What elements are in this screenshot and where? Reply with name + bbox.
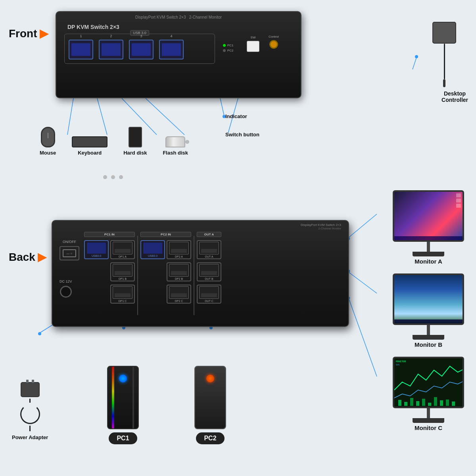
desktop-controller-cable bbox=[444, 44, 445, 79]
pc1-badge: PC1 bbox=[109, 432, 137, 444]
kvm-back-sub-label: 2-Channel Monitor bbox=[318, 227, 341, 230]
keyboard-icon bbox=[72, 136, 107, 147]
pc2-dp2c-port: DP2 C bbox=[167, 285, 191, 304]
out-c-port: OUT C bbox=[197, 285, 221, 304]
out-a-inner bbox=[199, 242, 219, 254]
divider-1 bbox=[137, 236, 138, 315]
pc1-container: PC1 bbox=[107, 366, 139, 444]
screen-icon-3 bbox=[456, 204, 461, 208]
dot-3 bbox=[119, 175, 123, 179]
pc2-light bbox=[206, 375, 214, 382]
svg-text:MONITOR: MONITOR bbox=[396, 360, 406, 363]
back-label: Back ▶ bbox=[9, 250, 46, 264]
svg-rect-25 bbox=[410, 398, 413, 406]
monitor-a-screen bbox=[394, 192, 463, 240]
kvm-front-device: DisplayPort KVM Switch 2×3 2-Channel Mon… bbox=[56, 11, 301, 98]
monitor-a-label: Monitor A bbox=[393, 258, 464, 265]
pc2-dp2b-port: DP2 B bbox=[167, 262, 191, 281]
front-text: Front bbox=[9, 27, 37, 40]
pc1-usb3-inner bbox=[87, 243, 106, 254]
pc1-dp1c-label: DP1 C bbox=[119, 300, 127, 302]
pc1-strip2 bbox=[132, 367, 134, 428]
onoff-section: ON/OFF — ○ bbox=[60, 240, 79, 260]
pc2-in-section: PC2 IN USB3.0 DP2 A DP2 B bbox=[140, 232, 191, 315]
desktop-controller-jack bbox=[443, 79, 445, 87]
pc1-light bbox=[119, 375, 127, 382]
back-text: Back bbox=[9, 251, 35, 264]
pc1-rgb-strip bbox=[112, 367, 114, 428]
out-b-inner bbox=[199, 264, 219, 277]
divider-2 bbox=[194, 236, 194, 315]
flashdisk-icon bbox=[165, 136, 185, 147]
dot-2 bbox=[111, 175, 115, 179]
pc2-dp2b-label: DP2 B bbox=[175, 277, 183, 280]
pc2-dp2a-inner bbox=[169, 242, 189, 254]
sw-btn[interactable] bbox=[247, 41, 259, 52]
svg-rect-31 bbox=[446, 400, 449, 406]
svg-rect-27 bbox=[422, 399, 425, 406]
usb-port-1-num: 1 bbox=[80, 34, 82, 38]
adapter-prong-2 bbox=[32, 380, 34, 383]
usb-port-2-inner bbox=[102, 43, 121, 56]
mouse-icon bbox=[41, 127, 55, 147]
dot-1 bbox=[103, 175, 107, 179]
monitor-b-frame bbox=[393, 273, 464, 325]
pc1-usb3-label: USB3.0 bbox=[92, 254, 101, 257]
out-b-label: OUT B bbox=[205, 277, 213, 280]
out-a-label: OUT A bbox=[205, 255, 213, 258]
usb-ports-row: 1 2 3 4 bbox=[69, 40, 211, 59]
pc1-dp1c-port: DP1 C bbox=[110, 285, 135, 304]
harddisk-item: Hard disk bbox=[123, 127, 147, 156]
usb-port-4[interactable]: 4 bbox=[159, 40, 184, 59]
svg-line-8 bbox=[413, 57, 416, 69]
svg-point-9 bbox=[415, 55, 418, 58]
pc1-dp1a-port: DP1 A bbox=[110, 240, 135, 259]
onoff-switch[interactable]: — ○ bbox=[60, 246, 79, 260]
usb-port-2-num: 2 bbox=[110, 34, 112, 38]
svg-point-11 bbox=[38, 332, 41, 335]
mouse-label: Mouse bbox=[40, 150, 56, 156]
svg-text:SYS: SYS bbox=[396, 363, 399, 366]
front-arrow: ▶ bbox=[40, 27, 48, 40]
usb-port-1[interactable]: 1 bbox=[69, 40, 93, 59]
pc2-usb3-inner bbox=[143, 243, 162, 254]
pc2-dp2c-inner bbox=[169, 286, 189, 299]
usb-port-3[interactable]: 3 bbox=[129, 40, 154, 59]
flashdisk-label: Flash disk bbox=[163, 150, 188, 156]
power-adapter-container: Power Adapter bbox=[12, 382, 48, 440]
usb-port-1-inner bbox=[71, 43, 90, 56]
switch-button-label: Switch button bbox=[225, 132, 259, 138]
control-port-section: Control bbox=[269, 35, 279, 49]
ctrl-label: Control bbox=[269, 35, 279, 38]
svg-line-16 bbox=[348, 214, 377, 238]
pc2-tower bbox=[194, 366, 226, 429]
pc1-led bbox=[223, 44, 226, 47]
pc1-usb3-port: USB3.0 bbox=[84, 240, 109, 259]
pc2-usb3-port: USB3.0 bbox=[140, 240, 165, 259]
monitor-c-neck bbox=[427, 408, 430, 418]
out-a-port: OUT A bbox=[197, 240, 221, 259]
out-label: OUT A bbox=[197, 232, 221, 237]
adapter-plug bbox=[29, 426, 31, 431]
pc2-in-label: PC2 IN bbox=[140, 232, 191, 237]
usb-port-2[interactable]: 2 bbox=[99, 40, 123, 59]
ctrl-circle bbox=[269, 40, 278, 49]
pc2-badge: PC2 bbox=[196, 432, 224, 444]
pc-indicators: PC1 PC2 bbox=[223, 44, 234, 52]
adapter-coil bbox=[20, 404, 40, 424]
kvm-back-device: DisplayPort KVM Switch 2×3 2-Channel Mon… bbox=[52, 220, 349, 327]
dc-section: DC 12V bbox=[60, 279, 72, 298]
pc2-indicator: PC2 bbox=[223, 49, 234, 52]
pc2-container: PC2 bbox=[194, 366, 226, 444]
monitor-a-frame bbox=[393, 190, 464, 242]
adapter-cable-top bbox=[29, 399, 31, 403]
usb-port-3-inner bbox=[132, 43, 151, 56]
pc2-dp2a-port: DP2 A bbox=[167, 240, 191, 259]
screen-b-taskbar bbox=[394, 319, 463, 323]
usb-port-3-num: 3 bbox=[140, 34, 142, 38]
switch-inner: — ○ bbox=[63, 249, 76, 257]
pc2-dp2b-inner bbox=[169, 264, 189, 277]
pc1-dp1b-inner bbox=[113, 264, 132, 277]
harddisk-icon bbox=[129, 127, 142, 147]
pc2-usb3-label: USB3.0 bbox=[148, 254, 157, 257]
